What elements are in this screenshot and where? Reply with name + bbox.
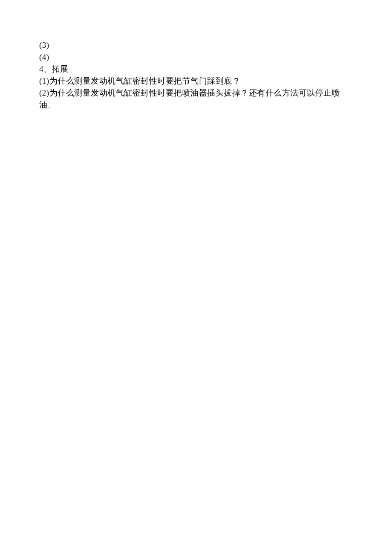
list-item-4: (4) [39,51,353,63]
section-heading-4: 4、拓展 [39,63,353,75]
question-2: (2)为什么测量发动机气缸密封性时要把喷油器插头拔掉？还有什么方法可以停止喷油。 [39,87,353,111]
list-item-3: (3) [39,39,353,51]
question-1: (1)为什么测量发动机气缸密封性时要把节气门踩到底？ [39,75,353,87]
